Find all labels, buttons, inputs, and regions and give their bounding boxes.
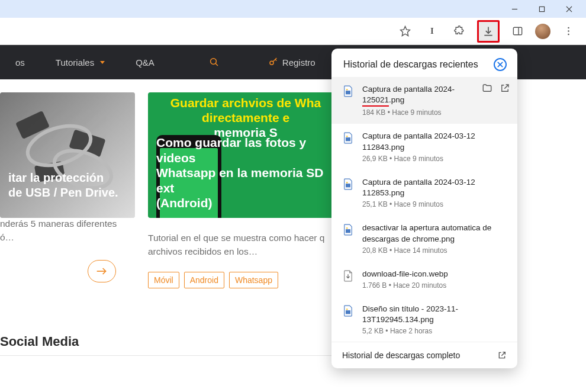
close-panel-button[interactable] (494, 58, 507, 71)
downloads-panel-title: Historial de descargas recientes (343, 59, 478, 70)
downloads-panel: Historial de descargas recientes Captura… (331, 49, 517, 368)
social-media-heading: Social Media (0, 334, 79, 349)
download-filename: download-file-icon.webp (362, 269, 510, 279)
svg-point-32 (346, 309, 347, 310)
nav-item-tutoriales[interactable]: Tutoriales (40, 45, 120, 79)
svg-line-11 (215, 63, 218, 66)
tag-whatsapp[interactable]: Whatsapp (229, 272, 278, 288)
nav-label: Registro (282, 57, 315, 68)
downloads-button-highlighted[interactable] (477, 20, 500, 43)
download-meta: 20,8 KB • Hace 14 minutos (362, 246, 510, 255)
download-meta: 184 KB • Hace 9 minutos (362, 108, 510, 117)
svg-rect-29 (346, 229, 350, 233)
read-more-button[interactable] (88, 260, 116, 282)
nav-item-os[interactable]: os (0, 45, 40, 79)
svg-rect-5 (513, 27, 521, 35)
svg-rect-1 (539, 7, 544, 11)
svg-point-10 (210, 59, 216, 65)
download-filename: desactivar la apertura automatica de des… (362, 223, 510, 244)
svg-point-9 (568, 34, 569, 36)
download-item[interactable]: Captura de pantalla 2024-125021.png184 K… (331, 77, 517, 124)
nav-label: os (15, 57, 25, 68)
downloads-footer-link[interactable]: Historial de descargas completo (331, 342, 517, 368)
close-window-button[interactable] (555, 0, 582, 18)
svg-rect-27 (346, 184, 350, 187)
profile-avatar[interactable] (535, 24, 550, 39)
download-filename: Diseño sin título - 2023-11-13T192945.13… (362, 304, 510, 325)
nav-label: Q&A (136, 57, 154, 68)
article-title: Como guardar las fotos y videos Whatsapp… (156, 135, 335, 211)
external-link-icon (497, 351, 507, 360)
image-file-icon (343, 131, 354, 162)
svg-point-30 (346, 227, 347, 229)
image-file-icon (343, 177, 354, 208)
maximize-button[interactable] (528, 0, 555, 18)
download-meta: 26,9 KB • Hace 9 minutos (362, 155, 510, 163)
download-meta: 1.766 B • Hace 20 minutos (362, 281, 510, 290)
image-file-icon (343, 304, 354, 335)
article-excerpt: nderás 5 maneras diferentes ó… (0, 217, 135, 245)
nav-item-qa[interactable]: Q&A (120, 45, 170, 79)
download-meta: 25,1 KB • Hace 9 minutos (362, 200, 510, 208)
minimize-button[interactable] (501, 0, 528, 18)
chevron-down-icon (100, 61, 105, 64)
show-in-folder-icon[interactable] (482, 83, 494, 95)
download-item[interactable]: Diseño sin título - 2023-11-13T192945.13… (331, 297, 517, 342)
nav-label: Tutoriales (56, 57, 94, 68)
downloads-list[interactable]: Captura de pantalla 2024-125021.png184 K… (331, 75, 517, 342)
svg-rect-31 (346, 310, 350, 314)
image-file-icon (343, 84, 354, 117)
extensions-icon[interactable] (450, 22, 469, 41)
divider (0, 355, 337, 356)
nav-item-register[interactable]: Registro (253, 45, 331, 79)
nav-search-icon[interactable] (194, 45, 235, 79)
article-thumbnail-whatsapp[interactable]: Guardar archvios de Wha directamente e m… (148, 92, 343, 218)
svg-point-28 (346, 182, 347, 183)
tag-movil[interactable]: Móvil (148, 272, 179, 288)
browser-toolbar: I (0, 18, 586, 45)
download-item[interactable]: Captura de pantalla 2024-03-12 112853.pn… (331, 170, 517, 216)
download-item[interactable]: Captura de pantalla 2024-03-12 112843.pn… (331, 124, 517, 169)
image-file-icon (343, 223, 354, 254)
open-external-icon[interactable] (500, 83, 511, 95)
svg-point-24 (346, 89, 347, 90)
article-title: itar la protección de USB / Pen Drive. (0, 171, 135, 200)
bookmark-star-icon[interactable] (395, 22, 414, 41)
generic-file-icon (343, 269, 354, 290)
download-filename: Captura de pantalla 2024-03-12 112843.pn… (362, 131, 510, 152)
window-titlebar (0, 0, 586, 18)
tag-android[interactable]: Android (184, 272, 224, 288)
svg-rect-25 (346, 138, 350, 142)
key-icon (268, 56, 279, 69)
kebab-menu-icon[interactable] (559, 22, 578, 41)
svg-point-7 (568, 27, 569, 29)
download-item[interactable]: download-file-icon.webp1.766 B • Hace 20… (331, 262, 517, 297)
article-tags: Móvil Android Whatsapp (148, 272, 343, 288)
svg-point-26 (346, 136, 347, 137)
reader-mode-icon[interactable]: I (423, 22, 442, 41)
download-filename: Captura de pantalla 2024-03-12 112853.pn… (362, 177, 510, 198)
article-excerpt: Tutorial en el que se muestra como hacer… (148, 231, 343, 259)
svg-rect-23 (346, 91, 350, 94)
svg-point-8 (568, 30, 569, 32)
downloads-footer-label: Historial de descargas completo (342, 351, 460, 360)
svg-marker-4 (400, 27, 410, 36)
svg-point-12 (270, 61, 273, 65)
download-item[interactable]: desactivar la apertura automatica de des… (331, 216, 517, 261)
download-meta: 5,2 KB • Hace 2 horas (362, 327, 510, 335)
sidepanel-icon[interactable] (508, 22, 527, 41)
